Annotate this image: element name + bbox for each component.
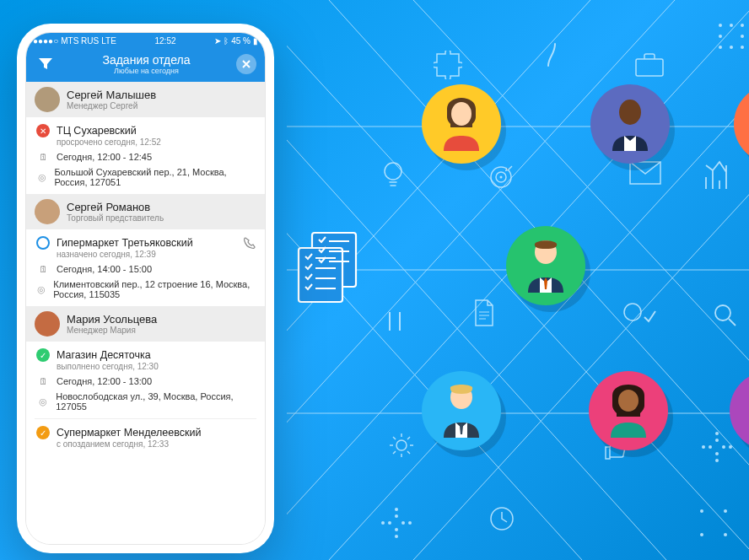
calendar-icon: 🗓: [36, 152, 50, 162]
search-icon: [714, 304, 737, 327]
chart-icon: [704, 160, 738, 191]
svg-point-17: [741, 46, 744, 49]
checklist-icon: [292, 229, 368, 312]
gear-icon: [388, 432, 415, 459]
status-bar: ●●●●○ MTS RUS LTE 12:52 ➤ ᛒ 45 % ▮: [26, 33, 265, 48]
status-done-icon: ✓: [36, 348, 50, 362]
mail-icon: [628, 160, 662, 186]
clock-label: 12:52: [154, 36, 175, 46]
svg-point-41: [535, 240, 557, 264]
bluetooth-icon: ᛒ: [224, 36, 229, 46]
clock-icon: [489, 506, 515, 531]
task-item[interactable]: ✓ Супермаркет Менделеевский с опозданием…: [26, 419, 265, 455]
svg-point-43: [618, 390, 639, 412]
manager-row[interactable]: Сергей Романов Торговый представитель: [26, 194, 265, 229]
svg-point-33: [408, 521, 412, 525]
task-item[interactable]: Гипермаркет Третьяковский назначено сего…: [26, 229, 265, 306]
task-title: Магазин Десяточка: [57, 349, 256, 361]
task-title: Супермаркет Менделеевский: [57, 427, 256, 439]
avatar-person: [589, 371, 668, 450]
location-icon: ➤: [214, 36, 221, 46]
manager-name: Мария Усольцева: [67, 313, 157, 326]
phone-frame: ●●●●○ MTS RUS LTE 12:52 ➤ ᛒ 45 % ▮ Задан…: [17, 24, 274, 553]
puzzle-icon: [434, 51, 462, 79]
avatar-person: [590, 84, 670, 164]
document-icon: [472, 299, 496, 327]
avatar-person: [506, 226, 585, 305]
svg-point-36: [700, 533, 703, 536]
avatar-person: [422, 371, 501, 450]
avatar: [35, 199, 60, 224]
approve-icon: [622, 302, 656, 329]
svg-point-24: [722, 445, 725, 449]
svg-point-14: [741, 35, 744, 38]
filter-button[interactable]: [35, 53, 57, 75]
dots-small-icon: [697, 506, 730, 540]
svg-point-13: [719, 35, 722, 38]
svg-point-12: [741, 24, 744, 27]
calendar-icon: 🗓: [36, 264, 50, 274]
bulb-icon: [382, 160, 404, 191]
phone-screen: ●●●●○ MTS RUS LTE 12:52 ➤ ᛒ 45 % ▮ Задан…: [25, 32, 266, 545]
manager-role: Торговый представитель: [67, 213, 164, 223]
close-button[interactable]: [236, 54, 256, 74]
svg-point-23: [709, 445, 712, 449]
svg-point-10: [719, 24, 722, 27]
manager-name: Сергей Малышев: [67, 89, 156, 101]
dots-grid-icon: [717, 22, 746, 51]
signal-icon: ●●●●○: [33, 36, 58, 46]
svg-point-35: [724, 509, 727, 513]
svg-point-42: [450, 385, 472, 409]
status-assigned-icon: [36, 236, 50, 250]
briefcase-icon: [634, 51, 665, 78]
svg-point-37: [724, 533, 727, 536]
status-overdue-icon: ✕: [36, 124, 50, 137]
task-time: Сегодня, 12:00 - 12:45: [57, 152, 152, 162]
svg-rect-46: [299, 248, 342, 302]
svg-point-11: [730, 24, 733, 27]
svg-rect-5: [630, 162, 660, 184]
manager-row[interactable]: Сергей Малышев Менеджер Сергей: [26, 82, 265, 117]
task-address: Новослободская ул., 39, Москва, Россия, …: [56, 391, 256, 412]
svg-point-18: [715, 432, 719, 435]
svg-point-20: [715, 452, 719, 455]
svg-point-29: [395, 535, 398, 538]
location-icon: ◎: [36, 284, 46, 295]
header-subtitle: Любые на сегодня: [57, 67, 236, 75]
svg-point-28: [395, 528, 398, 531]
task-list[interactable]: Сергей Малышев Менеджер Сергей ✕ ТЦ Суха…: [26, 82, 265, 544]
task-item[interactable]: ✕ ТЦ Сухаревский просрочено сегодня, 12:…: [26, 117, 265, 194]
flourish-icon: [536, 34, 560, 67]
svg-point-21: [715, 459, 719, 462]
pause-icon: [386, 310, 403, 332]
svg-point-2: [491, 167, 511, 187]
task-address: Климентовский пер., 12 строение 16, Моск…: [53, 279, 256, 299]
avatar-person: [422, 84, 501, 164]
svg-point-32: [401, 521, 405, 525]
thumb-up-icon: [602, 435, 628, 460]
svg-point-39: [619, 100, 641, 125]
svg-point-16: [730, 46, 733, 49]
manager-role: Менеджер Мария: [67, 326, 157, 335]
svg-point-7: [715, 305, 730, 320]
plus-dots-icon: [700, 430, 734, 464]
task-item[interactable]: ✓ Магазин Десяточка выполнено сегодня, 1…: [26, 342, 265, 418]
task-status-text: выполнено сегодня, 12:30: [57, 362, 256, 371]
avatar: [35, 87, 60, 112]
call-icon[interactable]: [243, 236, 256, 252]
svg-rect-0: [636, 59, 663, 76]
status-late-icon: ✓: [36, 426, 50, 439]
svg-point-8: [396, 440, 407, 450]
app-header: Задания отдела Любые на сегодня: [26, 48, 265, 82]
svg-point-34: [700, 509, 703, 513]
svg-point-3: [496, 172, 506, 182]
target-icon: [489, 165, 513, 189]
svg-point-6: [624, 304, 641, 320]
carrier-label: MTS RUS: [61, 36, 99, 46]
svg-point-31: [388, 521, 391, 525]
network-label: LTE: [101, 36, 116, 46]
svg-point-22: [702, 445, 705, 449]
manager-row[interactable]: Мария Усольцева Менеджер Мария: [26, 306, 265, 342]
svg-point-19: [715, 439, 719, 442]
svg-point-38: [451, 102, 471, 126]
